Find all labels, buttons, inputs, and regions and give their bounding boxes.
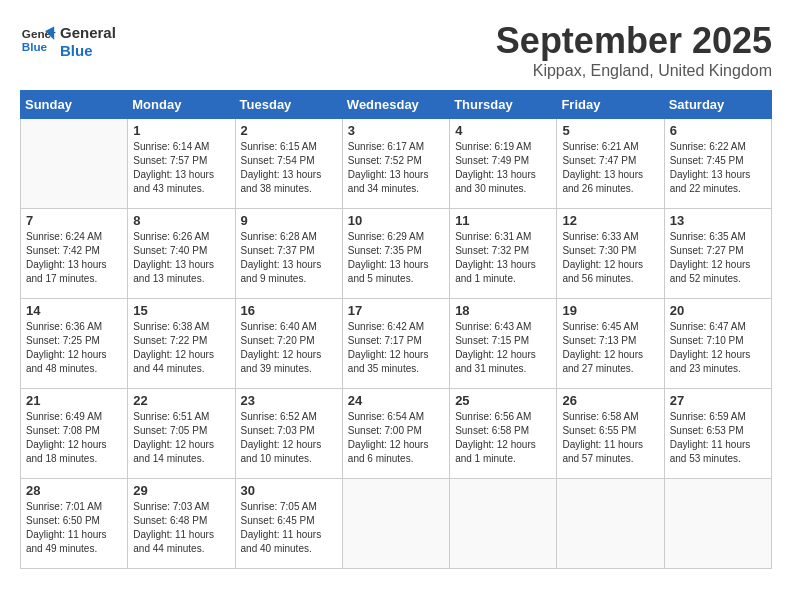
- calendar-cell: 3Sunrise: 6:17 AMSunset: 7:52 PMDaylight…: [342, 119, 449, 209]
- day-number: 20: [670, 303, 766, 318]
- day-number: 30: [241, 483, 337, 498]
- cell-info: Sunrise: 7:01 AMSunset: 6:50 PMDaylight:…: [26, 500, 122, 556]
- calendar-table: SundayMondayTuesdayWednesdayThursdayFrid…: [20, 90, 772, 569]
- logo-icon: General Blue: [20, 22, 56, 58]
- cell-info: Sunrise: 6:26 AMSunset: 7:40 PMDaylight:…: [133, 230, 229, 286]
- cell-info: Sunrise: 6:35 AMSunset: 7:27 PMDaylight:…: [670, 230, 766, 286]
- calendar-cell: 7Sunrise: 6:24 AMSunset: 7:42 PMDaylight…: [21, 209, 128, 299]
- day-number: 12: [562, 213, 658, 228]
- day-number: 8: [133, 213, 229, 228]
- cell-info: Sunrise: 6:49 AMSunset: 7:08 PMDaylight:…: [26, 410, 122, 466]
- day-number: 27: [670, 393, 766, 408]
- cell-info: Sunrise: 6:33 AMSunset: 7:30 PMDaylight:…: [562, 230, 658, 286]
- cell-info: Sunrise: 6:59 AMSunset: 6:53 PMDaylight:…: [670, 410, 766, 466]
- cell-info: Sunrise: 7:05 AMSunset: 6:45 PMDaylight:…: [241, 500, 337, 556]
- day-number: 6: [670, 123, 766, 138]
- cell-info: Sunrise: 6:42 AMSunset: 7:17 PMDaylight:…: [348, 320, 444, 376]
- calendar-cell: 10Sunrise: 6:29 AMSunset: 7:35 PMDayligh…: [342, 209, 449, 299]
- day-number: 2: [241, 123, 337, 138]
- title-block: September 2025 Kippax, England, United K…: [496, 20, 772, 80]
- cell-info: Sunrise: 6:14 AMSunset: 7:57 PMDaylight:…: [133, 140, 229, 196]
- day-number: 24: [348, 393, 444, 408]
- day-number: 21: [26, 393, 122, 408]
- week-row-4: 21Sunrise: 6:49 AMSunset: 7:08 PMDayligh…: [21, 389, 772, 479]
- svg-text:Blue: Blue: [22, 40, 48, 53]
- calendar-cell: 28Sunrise: 7:01 AMSunset: 6:50 PMDayligh…: [21, 479, 128, 569]
- cell-info: Sunrise: 6:15 AMSunset: 7:54 PMDaylight:…: [241, 140, 337, 196]
- calendar-cell: 16Sunrise: 6:40 AMSunset: 7:20 PMDayligh…: [235, 299, 342, 389]
- cell-info: Sunrise: 6:45 AMSunset: 7:13 PMDaylight:…: [562, 320, 658, 376]
- day-number: 29: [133, 483, 229, 498]
- day-number: 15: [133, 303, 229, 318]
- day-number: 19: [562, 303, 658, 318]
- calendar-cell: 17Sunrise: 6:42 AMSunset: 7:17 PMDayligh…: [342, 299, 449, 389]
- calendar-body: 1Sunrise: 6:14 AMSunset: 7:57 PMDaylight…: [21, 119, 772, 569]
- cell-info: Sunrise: 6:29 AMSunset: 7:35 PMDaylight:…: [348, 230, 444, 286]
- header-day-friday: Friday: [557, 91, 664, 119]
- location: Kippax, England, United Kingdom: [496, 62, 772, 80]
- calendar-cell: 27Sunrise: 6:59 AMSunset: 6:53 PMDayligh…: [664, 389, 771, 479]
- cell-info: Sunrise: 6:51 AMSunset: 7:05 PMDaylight:…: [133, 410, 229, 466]
- cell-info: Sunrise: 6:47 AMSunset: 7:10 PMDaylight:…: [670, 320, 766, 376]
- cell-info: Sunrise: 7:03 AMSunset: 6:48 PMDaylight:…: [133, 500, 229, 556]
- calendar-cell: [21, 119, 128, 209]
- cell-info: Sunrise: 6:36 AMSunset: 7:25 PMDaylight:…: [26, 320, 122, 376]
- day-number: 16: [241, 303, 337, 318]
- header-day-tuesday: Tuesday: [235, 91, 342, 119]
- week-row-3: 14Sunrise: 6:36 AMSunset: 7:25 PMDayligh…: [21, 299, 772, 389]
- calendar-cell: [557, 479, 664, 569]
- week-row-2: 7Sunrise: 6:24 AMSunset: 7:42 PMDaylight…: [21, 209, 772, 299]
- cell-info: Sunrise: 6:31 AMSunset: 7:32 PMDaylight:…: [455, 230, 551, 286]
- day-number: 10: [348, 213, 444, 228]
- day-number: 7: [26, 213, 122, 228]
- calendar-cell: 29Sunrise: 7:03 AMSunset: 6:48 PMDayligh…: [128, 479, 235, 569]
- day-number: 1: [133, 123, 229, 138]
- day-number: 18: [455, 303, 551, 318]
- calendar-cell: [450, 479, 557, 569]
- cell-info: Sunrise: 6:54 AMSunset: 7:00 PMDaylight:…: [348, 410, 444, 466]
- calendar-header: SundayMondayTuesdayWednesdayThursdayFrid…: [21, 91, 772, 119]
- day-number: 22: [133, 393, 229, 408]
- day-number: 25: [455, 393, 551, 408]
- cell-info: Sunrise: 6:28 AMSunset: 7:37 PMDaylight:…: [241, 230, 337, 286]
- cell-info: Sunrise: 6:43 AMSunset: 7:15 PMDaylight:…: [455, 320, 551, 376]
- header-day-saturday: Saturday: [664, 91, 771, 119]
- cell-info: Sunrise: 6:38 AMSunset: 7:22 PMDaylight:…: [133, 320, 229, 376]
- calendar-cell: 14Sunrise: 6:36 AMSunset: 7:25 PMDayligh…: [21, 299, 128, 389]
- day-number: 5: [562, 123, 658, 138]
- calendar-cell: 23Sunrise: 6:52 AMSunset: 7:03 PMDayligh…: [235, 389, 342, 479]
- calendar-cell: 12Sunrise: 6:33 AMSunset: 7:30 PMDayligh…: [557, 209, 664, 299]
- logo: General Blue General Blue: [20, 20, 116, 60]
- calendar-cell: [664, 479, 771, 569]
- logo-general: General: [60, 24, 116, 42]
- day-number: 23: [241, 393, 337, 408]
- week-row-1: 1Sunrise: 6:14 AMSunset: 7:57 PMDaylight…: [21, 119, 772, 209]
- calendar-cell: 20Sunrise: 6:47 AMSunset: 7:10 PMDayligh…: [664, 299, 771, 389]
- calendar-cell: 2Sunrise: 6:15 AMSunset: 7:54 PMDaylight…: [235, 119, 342, 209]
- cell-info: Sunrise: 6:58 AMSunset: 6:55 PMDaylight:…: [562, 410, 658, 466]
- cell-info: Sunrise: 6:17 AMSunset: 7:52 PMDaylight:…: [348, 140, 444, 196]
- calendar-cell: 26Sunrise: 6:58 AMSunset: 6:55 PMDayligh…: [557, 389, 664, 479]
- calendar-cell: 1Sunrise: 6:14 AMSunset: 7:57 PMDaylight…: [128, 119, 235, 209]
- day-number: 14: [26, 303, 122, 318]
- day-number: 17: [348, 303, 444, 318]
- calendar-cell: 6Sunrise: 6:22 AMSunset: 7:45 PMDaylight…: [664, 119, 771, 209]
- day-number: 13: [670, 213, 766, 228]
- cell-info: Sunrise: 6:22 AMSunset: 7:45 PMDaylight:…: [670, 140, 766, 196]
- logo-blue: Blue: [60, 42, 116, 60]
- day-number: 4: [455, 123, 551, 138]
- header-day-wednesday: Wednesday: [342, 91, 449, 119]
- day-number: 9: [241, 213, 337, 228]
- header-day-sunday: Sunday: [21, 91, 128, 119]
- calendar-cell: [342, 479, 449, 569]
- month-title: September 2025: [496, 20, 772, 62]
- cell-info: Sunrise: 6:21 AMSunset: 7:47 PMDaylight:…: [562, 140, 658, 196]
- calendar-cell: 19Sunrise: 6:45 AMSunset: 7:13 PMDayligh…: [557, 299, 664, 389]
- calendar-cell: 25Sunrise: 6:56 AMSunset: 6:58 PMDayligh…: [450, 389, 557, 479]
- calendar-cell: 24Sunrise: 6:54 AMSunset: 7:00 PMDayligh…: [342, 389, 449, 479]
- calendar-cell: 21Sunrise: 6:49 AMSunset: 7:08 PMDayligh…: [21, 389, 128, 479]
- calendar-cell: 11Sunrise: 6:31 AMSunset: 7:32 PMDayligh…: [450, 209, 557, 299]
- calendar-cell: 5Sunrise: 6:21 AMSunset: 7:47 PMDaylight…: [557, 119, 664, 209]
- page-header: General Blue General Blue September 2025…: [20, 20, 772, 80]
- cell-info: Sunrise: 6:19 AMSunset: 7:49 PMDaylight:…: [455, 140, 551, 196]
